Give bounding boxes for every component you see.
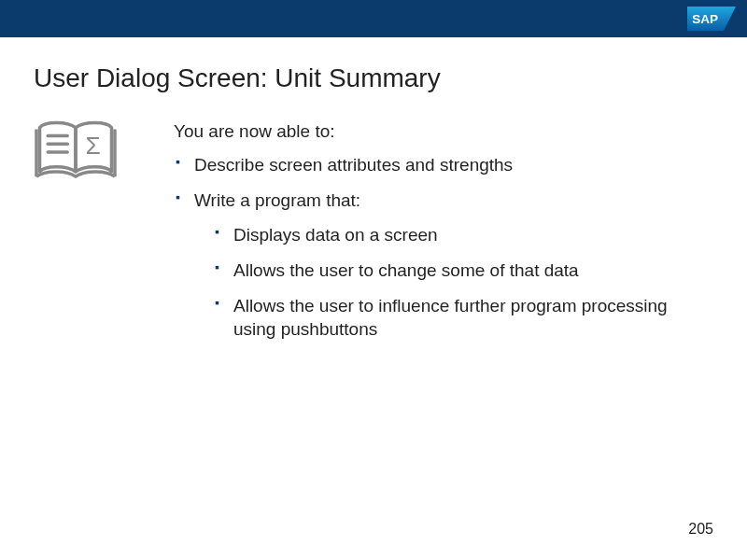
content-area: Σ You are now able to: Describe screen a… [0,119,747,353]
bullet-text: Allows the user to influence further pro… [233,296,668,340]
bullet-text: Allows the user to change some of that d… [233,260,579,280]
bullet-list: Describe screen attributes and strengths… [174,153,713,342]
list-item: Describe screen attributes and strengths [176,153,713,177]
sub-bullet-list: Displays data on a screen Allows the use… [194,223,713,342]
list-item: Displays data on a screen [215,223,713,247]
text-column: You are now able to: Describe screen att… [146,119,713,353]
bullet-text: Describe screen attributes and strengths [194,155,513,175]
bullet-text: Write a program that: [194,190,360,210]
summary-book-icon: Σ [34,119,118,185]
list-item: Allows the user to influence further pro… [215,294,713,342]
list-item: Allows the user to change some of that d… [215,259,713,283]
page-title: User Dialog Screen: Unit Summary [34,63,747,93]
logo-text: SAP [692,12,718,26]
sap-logo-icon: SAP [687,7,736,31]
header-bar: SAP [0,0,747,37]
bullet-text: Displays data on a screen [233,225,438,245]
list-item: Write a program that: Displays data on a… [176,189,713,342]
sigma-icon: Σ [86,132,101,160]
intro-text: You are now able to: [174,121,713,142]
page-number: 205 [688,521,713,538]
icon-column: Σ [34,119,146,353]
